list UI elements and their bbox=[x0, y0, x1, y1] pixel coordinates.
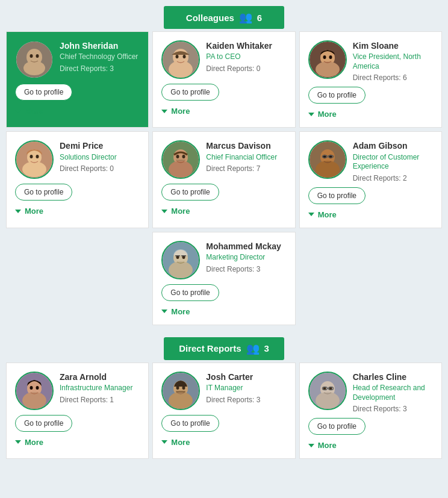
direct-reports-adam-gibson: Direct Reports: 2 bbox=[353, 174, 433, 182]
svg-point-45 bbox=[30, 386, 33, 390]
more-label-demi-price: More bbox=[25, 207, 43, 216]
chevron-down-icon-marcus-davison bbox=[161, 210, 167, 213]
more-link-john-sheridan[interactable]: More bbox=[15, 105, 140, 116]
colleagues-header: Colleagues 👥 6 bbox=[164, 6, 284, 29]
chevron-down-icon-john-sheridan bbox=[15, 110, 21, 113]
more-link-zara-arnold[interactable]: More bbox=[15, 437, 140, 447]
person-info-josh-carter: Josh CarterIT ManagerDirect Reports: 3 bbox=[206, 372, 286, 404]
svg-point-9 bbox=[183, 55, 186, 58]
avatar-charles-cline bbox=[308, 372, 347, 410]
more-label-zara-arnold: More bbox=[25, 438, 43, 447]
svg-point-22 bbox=[169, 161, 193, 178]
go-to-profile-btn-charles-cline[interactable]: Go to profile bbox=[308, 418, 366, 435]
person-info-adam-gibson: Adam GibsonDirector of Customer Experien… bbox=[353, 140, 433, 182]
svg-point-24 bbox=[182, 155, 185, 158]
card-top-kaiden-whitaker: Kaiden WhitakerPA to CEODirect Reports: … bbox=[161, 40, 286, 79]
person-name-zara-arnold: Zara Arnold bbox=[60, 372, 140, 382]
more-link-kim-sloane[interactable]: More bbox=[308, 108, 433, 119]
person-title-mohammed-mckay: Marketing Director bbox=[206, 253, 286, 263]
chevron-down-icon-zara-arnold bbox=[15, 440, 21, 444]
avatar-kim-sloane bbox=[308, 40, 347, 79]
more-link-josh-carter[interactable]: More bbox=[161, 437, 286, 447]
card-zara-arnold: Zara ArnoldInfrastructure ManagerDirect … bbox=[6, 363, 149, 459]
card-adam-gibson: Adam GibsonDirector of Customer Experien… bbox=[299, 131, 442, 228]
person-title-zara-arnold: Infrastructure Manager bbox=[60, 384, 140, 393]
svg-point-46 bbox=[36, 386, 39, 390]
card-mohammed-mckay: Mohammed MckayMarketing DirectorDirect R… bbox=[152, 232, 295, 325]
go-to-profile-btn-john-sheridan[interactable]: Go to profile bbox=[15, 84, 72, 101]
person-title-josh-carter: IT Manager bbox=[206, 384, 286, 393]
svg-rect-25 bbox=[176, 160, 185, 161]
more-link-kaiden-whitaker[interactable]: More bbox=[161, 105, 286, 116]
svg-point-4 bbox=[36, 54, 39, 58]
card-kaiden-whitaker: Kaiden WhitakerPA to CEODirect Reports: … bbox=[152, 31, 295, 128]
avatar-zara-arnold bbox=[15, 372, 54, 410]
card-josh-carter: Josh CarterIT ManagerDirect Reports: 3Go… bbox=[152, 363, 295, 459]
direct-reports-john-sheridan: Direct Reports: 3 bbox=[60, 64, 140, 73]
person-name-john-sheridan: John Sheridan bbox=[60, 40, 140, 51]
more-link-charles-cline[interactable]: More bbox=[308, 440, 433, 450]
go-to-profile-btn-mohammed-mckay[interactable]: Go to profile bbox=[161, 284, 219, 301]
card-marcus-davison: Marcus DavisonChief Financial OfficerDir… bbox=[152, 131, 295, 228]
chevron-down-icon-kim-sloane bbox=[308, 113, 314, 116]
person-title-kim-sloane: Vice President, North America bbox=[353, 52, 433, 71]
colleagues-section: Colleagues 👥 6 John SheridanChief Techno… bbox=[6, 6, 442, 325]
more-label-john-sheridan: More bbox=[25, 107, 43, 116]
direct-reports-charles-cline: Direct Reports: 3 bbox=[353, 405, 433, 413]
colleagues-title: Colleagues bbox=[186, 13, 234, 23]
card-top-kim-sloane: Kim SloaneVice President, North AmericaD… bbox=[308, 40, 433, 82]
avatar-adam-gibson bbox=[308, 140, 347, 179]
card-top-marcus-davison: Marcus DavisonChief Financial OfficerDir… bbox=[161, 140, 286, 179]
svg-point-23 bbox=[176, 155, 179, 158]
card-top-josh-carter: Josh CarterIT ManagerDirect Reports: 3 bbox=[161, 372, 286, 410]
person-info-charles-cline: Charles ClineHead of Research and Develo… bbox=[353, 372, 433, 413]
person-info-marcus-davison: Marcus DavisonChief Financial OfficerDir… bbox=[206, 140, 286, 173]
svg-point-18 bbox=[30, 155, 33, 158]
go-to-profile-btn-demi-price[interactable]: Go to profile bbox=[15, 184, 72, 201]
colleagues-people-icon: 👥 bbox=[239, 11, 252, 24]
card-demi-price: Demi PriceSolutions DirectorDirect Repor… bbox=[6, 131, 149, 228]
card-top-john-sheridan: John SheridanChief Technology OfficerDir… bbox=[15, 40, 140, 79]
more-label-mohammed-mckay: More bbox=[171, 307, 190, 316]
more-label-adam-gibson: More bbox=[318, 210, 337, 219]
chevron-down-icon-mohammed-mckay bbox=[161, 310, 167, 313]
direct-reports-header: Direct Reports 👥 3 bbox=[164, 337, 284, 360]
colleagues-row-3: Mohammed MckayMarketing DirectorDirect R… bbox=[6, 232, 442, 325]
person-name-marcus-davison: Marcus Davison bbox=[206, 140, 286, 151]
direct-reports-demi-price: Direct Reports: 0 bbox=[60, 164, 140, 173]
svg-point-14 bbox=[329, 55, 332, 59]
go-to-profile-btn-kaiden-whitaker[interactable]: Go to profile bbox=[161, 84, 219, 101]
go-to-profile-btn-josh-carter[interactable]: Go to profile bbox=[161, 415, 219, 432]
avatar-demi-price bbox=[15, 140, 54, 179]
direct-reports-kim-sloane: Direct Reports: 6 bbox=[353, 73, 433, 82]
go-to-profile-btn-adam-gibson[interactable]: Go to profile bbox=[308, 187, 366, 204]
person-title-marcus-davison: Chief Financial Officer bbox=[206, 153, 286, 163]
person-name-demi-price: Demi Price bbox=[60, 140, 140, 151]
more-link-adam-gibson[interactable]: More bbox=[308, 209, 433, 219]
go-to-profile-btn-marcus-davison[interactable]: Go to profile bbox=[161, 184, 219, 201]
svg-rect-40 bbox=[175, 255, 180, 257]
avatar-john-sheridan bbox=[15, 40, 54, 79]
go-to-profile-btn-zara-arnold[interactable]: Go to profile bbox=[15, 415, 72, 432]
svg-point-8 bbox=[176, 55, 179, 58]
direct-reports-kaiden-whitaker: Direct Reports: 0 bbox=[206, 64, 286, 73]
colleagues-count: 6 bbox=[257, 13, 262, 23]
more-label-kim-sloane: More bbox=[318, 110, 337, 119]
go-to-profile-btn-kim-sloane[interactable]: Go to profile bbox=[308, 87, 366, 104]
more-link-marcus-davison[interactable]: More bbox=[161, 205, 286, 216]
svg-point-50 bbox=[176, 386, 179, 390]
more-label-marcus-davison: More bbox=[171, 207, 190, 216]
svg-point-55 bbox=[316, 392, 340, 409]
person-info-kaiden-whitaker: Kaiden WhitakerPA to CEODirect Reports: … bbox=[206, 40, 286, 73]
svg-point-19 bbox=[36, 155, 39, 158]
svg-point-7 bbox=[169, 61, 193, 78]
person-info-kim-sloane: Kim SloaneVice President, North AmericaD… bbox=[353, 40, 433, 82]
card-top-adam-gibson: Adam GibsonDirector of Customer Experien… bbox=[308, 140, 433, 182]
person-info-mohammed-mckay: Mohammed MckayMarketing DirectorDirect R… bbox=[206, 241, 286, 273]
svg-point-28 bbox=[316, 161, 340, 178]
colleagues-row-2: Demi PriceSolutions DirectorDirect Repor… bbox=[6, 131, 442, 228]
direct-reports-josh-carter: Direct Reports: 3 bbox=[206, 396, 286, 404]
more-link-demi-price[interactable]: More bbox=[15, 205, 140, 216]
avatar-marcus-davison bbox=[161, 140, 200, 179]
more-link-mohammed-mckay[interactable]: More bbox=[161, 306, 286, 316]
